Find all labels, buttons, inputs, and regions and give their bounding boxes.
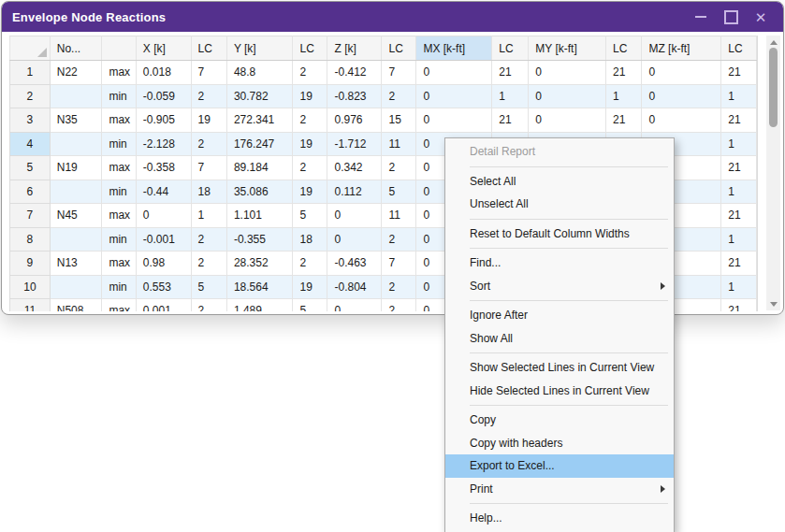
menu-item-select-all[interactable]: Select All	[445, 170, 674, 194]
cell-lc3[interactable]: 7	[382, 252, 416, 276]
column-header-x[interactable]: X [k]	[136, 36, 191, 61]
row-number-cell[interactable]: 7	[10, 204, 51, 228]
cell-lc2[interactable]: 18	[293, 227, 327, 252]
menu-item-find[interactable]: Find...	[445, 252, 674, 275]
cell-lc3[interactable]: 2	[382, 156, 416, 180]
cell-mm[interactable]: min	[102, 132, 136, 156]
cell-lc6[interactable]: 21	[721, 108, 757, 133]
cell-x[interactable]: -0.059	[136, 84, 191, 108]
menu-item-sort[interactable]: Sort	[445, 275, 674, 298]
menu-item-export-to-excel[interactable]: Export to Excel...	[445, 454, 674, 478]
cell-z[interactable]: -0.804	[327, 275, 382, 299]
menu-item-copy[interactable]: Copy	[445, 409, 674, 432]
minimize-button[interactable]	[686, 2, 716, 32]
column-header-lc4[interactable]: LC	[492, 36, 529, 61]
cell-lc3[interactable]: 15	[382, 108, 416, 133]
row-number-cell[interactable]: 11	[10, 299, 51, 312]
cell-no[interactable]: N45	[50, 204, 102, 228]
menu-item-show-selected-lines-in-current-view[interactable]: Show Selected Lines in Current View	[445, 356, 674, 380]
cell-mz[interactable]: 0	[642, 84, 721, 108]
cell-x[interactable]: -0.358	[136, 156, 191, 180]
column-header-lc6[interactable]: LC	[721, 36, 757, 61]
cell-lc2[interactable]: 2	[293, 156, 327, 180]
column-header-lc5[interactable]: LC	[606, 36, 642, 61]
row-number-cell[interactable]: 9	[10, 252, 51, 276]
cell-lc4[interactable]: 21	[492, 61, 529, 85]
cell-mm[interactable]: min	[102, 180, 136, 204]
menu-item-unselect-all[interactable]: Unselect All	[445, 193, 674, 216]
cell-lc1[interactable]: 18	[191, 180, 226, 204]
cell-lc3[interactable]: 11	[382, 132, 416, 156]
cell-mm[interactable]: max	[102, 108, 136, 133]
cell-lc1[interactable]: 2	[191, 84, 226, 108]
cell-lc3[interactable]: 5	[382, 180, 416, 204]
row-number-cell[interactable]: 6	[10, 180, 51, 204]
cell-lc3[interactable]: 2	[382, 275, 416, 299]
cell-no[interactable]	[50, 180, 102, 204]
cell-lc3[interactable]: 2	[382, 227, 416, 252]
column-header-lc2[interactable]: LC	[293, 36, 327, 61]
cell-lc5[interactable]: 21	[606, 108, 642, 133]
cell-lc2[interactable]: 5	[293, 204, 327, 228]
cell-x[interactable]: 0.553	[136, 275, 191, 299]
menu-item-copy-with-headers[interactable]: Copy with headers	[445, 432, 674, 455]
cell-z[interactable]: 0	[327, 299, 382, 312]
close-button[interactable]: ✕	[746, 2, 776, 32]
cell-x[interactable]: 0.98	[136, 252, 191, 276]
cell-x[interactable]: 0	[136, 204, 191, 228]
menu-item-hide-selected-lines-in-current-view[interactable]: Hide Selected Lines in Current View	[445, 380, 674, 403]
menu-item-print[interactable]: Print	[445, 478, 674, 501]
cell-lc1[interactable]: 2	[191, 227, 226, 252]
menu-item-ignore-after[interactable]: Ignore After	[445, 304, 674, 327]
cell-mz[interactable]: 0	[642, 108, 721, 133]
cell-y[interactable]: 30.782	[226, 84, 293, 108]
table-row[interactable]: 3N35max-0.90519272.34120.97615021021021	[10, 108, 757, 133]
cell-lc6[interactable]: 1	[721, 132, 757, 156]
cell-y[interactable]: 89.184	[226, 156, 293, 180]
row-number-cell[interactable]: 8	[10, 227, 51, 252]
column-header-no[interactable]: No...	[50, 36, 102, 61]
column-header-my[interactable]: MY [k-ft]	[529, 36, 606, 61]
cell-no[interactable]: N13	[50, 252, 102, 276]
cell-y[interactable]: 18.564	[226, 275, 293, 299]
cell-mm[interactable]: min	[102, 84, 136, 108]
column-header-lc3[interactable]: LC	[382, 36, 416, 61]
cell-z[interactable]: 0.112	[327, 180, 382, 204]
cell-lc6[interactable]: 1	[721, 227, 757, 252]
cell-lc2[interactable]: 2	[293, 61, 327, 85]
cell-lc2[interactable]: 19	[293, 180, 327, 204]
column-header-mm[interactable]	[102, 36, 136, 61]
table-row[interactable]: 2min-0.059230.78219-0.8232010101	[10, 84, 757, 108]
cell-mm[interactable]: max	[102, 252, 136, 276]
row-number-cell[interactable]: 4	[10, 132, 51, 156]
cell-lc1[interactable]: 2	[191, 252, 226, 276]
cell-mx[interactable]: 0	[416, 84, 492, 108]
cell-lc4[interactable]: 21	[492, 108, 529, 133]
cell-lc1[interactable]: 7	[191, 61, 226, 85]
cell-x[interactable]: -2.128	[136, 132, 191, 156]
cell-y[interactable]: 48.8	[226, 61, 293, 85]
cell-x[interactable]: -0.44	[136, 180, 191, 204]
column-header-mx[interactable]: MX [k-ft]	[416, 36, 492, 61]
cell-lc6[interactable]: 21	[721, 299, 757, 312]
cell-lc1[interactable]: 1	[191, 204, 226, 228]
row-number-cell[interactable]: 10	[10, 275, 51, 299]
table-row[interactable]: 1N22max0.018748.82-0.4127021021021	[10, 61, 757, 85]
cell-lc6[interactable]: 1	[721, 84, 757, 108]
cell-no[interactable]	[50, 84, 102, 108]
scroll-down-button[interactable]	[766, 297, 780, 310]
cell-z[interactable]: -0.463	[327, 252, 382, 276]
cell-mm[interactable]: max	[102, 204, 136, 228]
cell-y[interactable]: 176.247	[226, 132, 293, 156]
cell-mz[interactable]: 0	[642, 61, 721, 85]
row-number-cell[interactable]: 5	[10, 156, 51, 180]
menu-item-reset-to-default-column-widths[interactable]: Reset to Default Column Widths	[445, 223, 674, 246]
cell-y[interactable]: 1.101	[226, 204, 293, 228]
column-header-z[interactable]: Z [k]	[327, 36, 382, 61]
vertical-scrollbar[interactable]	[766, 36, 780, 310]
cell-y[interactable]: 28.352	[226, 252, 293, 276]
cell-lc6[interactable]: 21	[721, 204, 757, 228]
cell-lc6[interactable]: 21	[721, 252, 757, 276]
cell-no[interactable]	[50, 275, 102, 299]
cell-z[interactable]: -0.823	[327, 84, 382, 108]
